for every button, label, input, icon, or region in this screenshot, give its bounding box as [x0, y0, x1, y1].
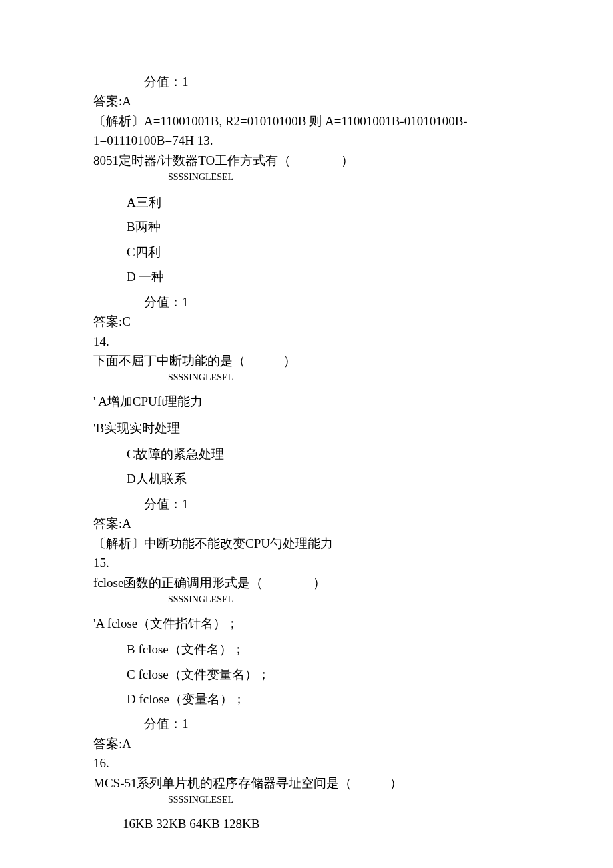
q13-answer: 答案:C [93, 312, 520, 331]
q12-score: 分值：1 [93, 72, 520, 91]
q14-option-d: D人机联系 [93, 469, 520, 488]
document-page: 分值：1 答案:A 〔解析〕A=11001001B, R2=01010100B … [0, 0, 613, 833]
q15-ssss-marker: SSSSINGLESEL [93, 592, 520, 607]
q14-question: 下面不屈丁中断功能的是（ ） [93, 351, 520, 370]
q13-option-a: A三利 [93, 193, 520, 212]
q13-score: 分值：1 [93, 292, 520, 312]
q15-answer: 答案:A [93, 734, 520, 753]
q15-option-c: C fclose（文件变量名）； [93, 665, 520, 684]
q12-answer: 答案:A [93, 91, 520, 111]
q14-option-c: C故障的紧急处理 [93, 444, 520, 464]
q14-score: 分值：1 [93, 494, 520, 514]
q12-explain: 〔解析〕A=11001001B, R2=01010100B 则 A=110010… [93, 111, 520, 151]
q16-options-inline: 16KB 32KB 64KB 128KB [93, 807, 520, 833]
q15-option-a: 'A fclose（文件指针名）； [93, 614, 520, 633]
q13-option-c: C四利 [93, 242, 520, 262]
q14-answer: 答案:A [93, 514, 520, 533]
q14-option-b: 'B实现实时处理 [93, 418, 520, 438]
q14-option-a: ' A增加CPUft理能力 [93, 392, 520, 411]
q13-option-d: D 一种 [93, 267, 520, 286]
q15-option-d: D fclose（变量名）； [93, 689, 520, 709]
q13-ssss-marker: SSSSINGLESEL [93, 170, 520, 185]
q15-number: 15. [93, 553, 520, 572]
q15-question: fclose函数的正确调用形式是（ ） [93, 573, 520, 592]
q15-score: 分值：1 [93, 714, 520, 733]
q14-number: 14. [93, 332, 520, 351]
q14-ssss-marker: SSSSINGLESEL [93, 370, 520, 385]
q16-ssss-marker: SSSSINGLESEL [93, 793, 520, 807]
q14-explain: 〔解析〕中断功能不能改变CPU勺处理能力 [93, 534, 520, 553]
q13-option-b: B两种 [93, 217, 520, 236]
q16-question: MCS-51系列单片机的程序存储器寻址空间是（ ） [93, 773, 520, 793]
q15-option-b: B fclose（文件名）； [93, 640, 520, 659]
q16-number: 16. [93, 753, 520, 773]
q13-question: 8051定时器/计数器TO工作方式有（ ） [93, 151, 520, 170]
